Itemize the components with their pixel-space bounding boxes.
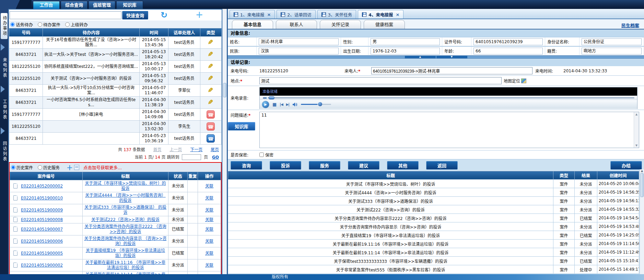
scrollbar-thumb[interactable]	[640, 173, 644, 197]
case-id-link[interactable]: E022014051900006	[21, 239, 63, 244]
category-button-2[interactable]: 投诉	[270, 161, 301, 170]
history-filter-radio-2[interactable]: 历史服务	[38, 165, 60, 170]
close-icon[interactable]: ×	[267, 12, 271, 17]
phone-icon[interactable]: ☎	[207, 134, 215, 143]
volume-thumb[interactable]	[318, 102, 322, 106]
description-textarea[interactable]	[260, 112, 633, 148]
case-title-link[interactable]: 关于测试222（咨询>>咨询）的投诉	[91, 217, 160, 222]
case-id-link[interactable]: E022014051900009	[21, 208, 63, 212]
volume-track[interactable]	[301, 104, 331, 105]
quick-search-button[interactable]: 快速查询	[122, 11, 148, 20]
work-tab-4[interactable]: 4、来电接报×	[358, 10, 403, 19]
todo-filter-radio-2[interactable]: 待办案件	[38, 21, 60, 28]
nav-tab-3[interactable]: 值班管理	[89, 1, 115, 9]
todo-filter-radio-1[interactable]: 话务待办	[10, 21, 33, 28]
knowledge-base-button[interactable]: 知识库	[228, 122, 255, 131]
secret-checkbox[interactable]	[259, 153, 264, 157]
collapse-up-icon[interactable]: ▲	[405, 56, 436, 58]
work-tab-1[interactable]: 1、来电接报×	[230, 10, 275, 19]
collapse-less-icon[interactable]: －	[74, 165, 79, 170]
last-page-link[interactable]: 尾页	[211, 147, 219, 152]
history-filter-radio-input-2[interactable]	[38, 165, 42, 170]
page-jump-input[interactable]	[182, 154, 201, 160]
relate-link[interactable]: 关联	[205, 227, 213, 232]
relate-link[interactable]: 关联	[205, 196, 213, 200]
phone-missed-icon[interactable]: ☎	[207, 122, 215, 131]
info-tab-2[interactable]: 联系人	[276, 20, 317, 29]
scrollbar-thumb[interactable]	[223, 83, 226, 97]
history-filter-radio-1[interactable]: 历史案件	[11, 165, 33, 170]
minsheng-archive-link[interactable]: 民生档案	[621, 22, 639, 28]
relate-link[interactable]: 关联	[205, 251, 213, 256]
close-icon[interactable]: ×	[396, 12, 399, 17]
scroll-down-icon[interactable]: ▼	[635, 144, 637, 147]
scroll-up-icon[interactable]: ▲	[641, 169, 643, 172]
todo-filter-radio-input-2[interactable]	[38, 22, 42, 27]
info-tab-1[interactable]: 基本信息	[232, 20, 273, 29]
category-button-6[interactable]: 返回	[426, 161, 458, 170]
case-id-link[interactable]: E022014051900010	[21, 196, 63, 200]
pencil-icon[interactable]: ✎	[208, 74, 213, 83]
prev-page-link[interactable]: 上一页	[169, 147, 182, 152]
volume-icon[interactable]	[292, 102, 298, 107]
relate-link[interactable]: 关联	[205, 263, 213, 268]
history-filter-radio-input-1[interactable]	[11, 165, 15, 170]
nav-tab-1[interactable]: 工作台	[33, 1, 60, 9]
play-icon[interactable]: ▶	[262, 101, 269, 108]
case-id-link[interactable]: E022014051900005	[21, 251, 63, 256]
quick-search-input[interactable]	[10, 11, 121, 19]
category-button-4[interactable]: 建议	[348, 161, 379, 170]
first-page-link[interactable]: 首页	[153, 147, 161, 152]
sidebar-tab-3[interactable]: 工单列表	[1, 97, 8, 123]
pencil-icon[interactable]: ✎	[208, 38, 213, 47]
category-button-1[interactable]: 咨询	[231, 161, 262, 170]
next-page-link[interactable]: 下一页	[190, 147, 202, 152]
phone-missed-icon[interactable]: ☎	[207, 110, 215, 119]
case-id-link[interactable]: E022014051900002	[21, 263, 63, 268]
category-button-5[interactable]: 其他	[387, 161, 419, 170]
nav-tab-2[interactable]: 综合查询	[61, 1, 87, 9]
location-input[interactable]	[259, 77, 502, 84]
sidebar-tab-2[interactable]: 来电列表	[1, 55, 8, 81]
todo-filter-radio-input-3[interactable]	[65, 22, 70, 27]
relate-link[interactable]: 关联	[205, 239, 213, 244]
sidebar-tab-4[interactable]: 回访列表	[1, 138, 8, 165]
add-icon[interactable]: ＋	[196, 11, 203, 19]
scroll-up-icon[interactable]: ▲	[635, 113, 637, 116]
case-title-link[interactable]: 关于分类咨询案件待办内容显示2222 （咨询>>咨询）的投诉	[84, 224, 166, 234]
case-title-link[interactable]: 关于测试333（市容环境>>道路保洁） 的投诉	[84, 205, 166, 215]
pencil-icon[interactable]: ✎	[208, 50, 213, 59]
pencil-icon[interactable]: ✎	[208, 98, 213, 107]
case-title-link[interactable]: 关于测试4444 （咨询>>一小时服务咨询）的投诉	[85, 193, 165, 203]
textarea-scrollbar[interactable]: ▲ ▼	[634, 112, 639, 148]
caller-input[interactable]	[371, 67, 532, 74]
work-tab-3[interactable]: 3、关怀任务	[317, 10, 356, 19]
case-id-link[interactable]: E022014052000002	[21, 184, 63, 188]
case-title-link[interactable]: 关于测试（市容环境>>焚烧垃圾、树叶）的投诉	[85, 181, 166, 191]
refresh-icon[interactable]: ↻	[161, 11, 167, 19]
pencil-icon[interactable]: ✎	[208, 62, 213, 71]
case-title-link[interactable]: 关于最新在最前19.11:16 （市容环境>>非法清运垃圾）的投诉	[85, 260, 166, 270]
info-tab-4[interactable]: 健康档案	[364, 20, 405, 29]
case-title-link[interactable]: 关于分类咨询案件待办内容显示 （咨询>>咨询）的投诉	[84, 236, 167, 246]
map-locate-icon[interactable]	[521, 78, 526, 83]
relate-link[interactable]: 关联	[205, 217, 213, 222]
case-id-link[interactable]: E022014051900008	[21, 217, 63, 222]
go-link[interactable]: GO	[212, 155, 219, 160]
seek-track[interactable]	[268, 97, 634, 98]
todo-filter-radio-3[interactable]: 上级转办	[65, 21, 88, 28]
case-id-link[interactable]: E022014051900007	[21, 227, 63, 232]
case-title-link[interactable]: 关于直接结案19 （市容环境>>非法清运垃圾）的投诉	[86, 248, 165, 258]
result-table-scrollbar[interactable]: ▲	[640, 169, 644, 274]
sidebar-tab-1[interactable]: 待办事项	[1, 13, 8, 39]
next-icon[interactable]: ▶|	[286, 102, 289, 106]
seek-thumb[interactable]	[269, 96, 274, 99]
prev-icon[interactable]: |◀	[280, 102, 283, 106]
category-button-3[interactable]: 服务	[309, 161, 340, 170]
player-seekbar[interactable]: ◀◀	[260, 96, 637, 100]
info-tab-3[interactable]: 关怀记录	[320, 20, 361, 29]
relate-link[interactable]: 关联	[205, 208, 213, 212]
rewind-icon[interactable]: ◀◀	[262, 96, 266, 99]
expand-more-icon[interactable]: ＋	[67, 163, 73, 172]
collapse-down-icon[interactable]: ▼	[436, 56, 467, 58]
